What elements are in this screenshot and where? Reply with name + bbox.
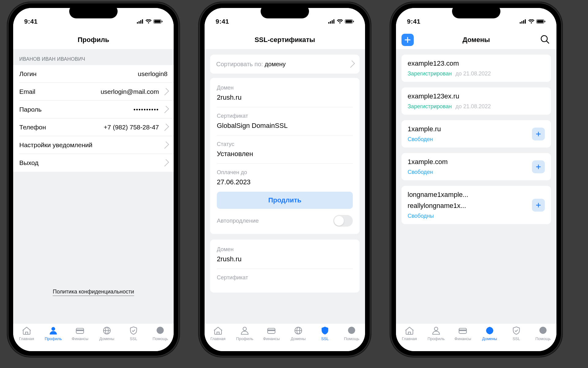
domain-card-status: Зарегистрировандо 21.08.2022 (408, 71, 545, 77)
svg-point-16 (161, 330, 163, 331)
login-label: Логин (19, 70, 36, 78)
add-domain-button[interactable] (401, 34, 414, 46)
tab-domains[interactable]: Домены (95, 326, 119, 341)
status-time: 9:41 (216, 18, 229, 25)
row-email[interactable]: Email userlogin@mail.com (13, 83, 174, 101)
domain-card[interactable]: example123.comЗарегистрировандо 21.08.20… (401, 55, 551, 82)
svg-rect-20 (334, 19, 335, 24)
tab-bar: Главная Профиль Финансы Домены SSL (205, 323, 365, 351)
wifi-icon (528, 19, 534, 24)
battery-icon (536, 19, 545, 24)
page-title: Профиль (78, 36, 109, 44)
svg-point-43 (434, 327, 438, 331)
autorenew-toggle[interactable] (333, 215, 353, 227)
row-notifications[interactable]: Настройки уведомлений (13, 136, 174, 154)
domain-card-name-2: reallylongname1x... (408, 202, 528, 210)
tab-home[interactable]: Главная (206, 326, 230, 341)
logout-label: Выход (19, 159, 39, 167)
svg-rect-1 (139, 21, 140, 24)
notifications-label: Настройки уведомлений (19, 141, 92, 149)
svg-rect-2 (140, 20, 141, 24)
svg-rect-39 (537, 20, 544, 23)
status-icons (520, 19, 545, 24)
domain-card-status: Свободны (408, 213, 528, 219)
domain-card[interactable]: 1xample.comСвободен (401, 153, 551, 180)
svg-point-32 (351, 330, 352, 331)
status-icons (137, 19, 163, 24)
search-icon (540, 34, 550, 44)
svg-point-50 (541, 330, 542, 331)
domain-card[interactable]: longname1xample...reallylongname1x...Сво… (401, 186, 551, 224)
domain-add-button[interactable] (532, 199, 545, 212)
ssl-card-2: Домен 2rush.ru Сертификат (210, 240, 360, 293)
tab-home[interactable]: Главная (14, 326, 39, 341)
plus-icon (404, 36, 411, 44)
domain-label: Домен (217, 85, 353, 91)
tab-domains[interactable]: Домены (477, 326, 502, 341)
privacy-policy-link[interactable]: Политика конфиденциальности (53, 289, 134, 296)
row-password[interactable]: Пароль •••••••••• (13, 101, 174, 118)
domain-value: 2rush.ru (217, 255, 353, 263)
search-button[interactable] (540, 34, 550, 45)
svg-rect-9 (76, 330, 84, 331)
status-value: Установлен (217, 150, 353, 158)
svg-line-42 (547, 41, 549, 43)
tab-profile[interactable]: Профиль (232, 326, 257, 341)
domain-label: Домен (217, 246, 353, 253)
tab-profile[interactable]: Профиль (41, 326, 66, 341)
row-login[interactable]: Логин userlogin8 (13, 65, 174, 83)
renew-button[interactable]: Продлить (217, 192, 353, 209)
tab-bar: Главная Профиль Финансы Домены SSL (13, 323, 174, 351)
domain-add-button[interactable] (532, 128, 545, 140)
tab-profile[interactable]: Профиль (424, 326, 448, 341)
tab-finances[interactable]: Финансы (259, 326, 284, 341)
tab-finances[interactable]: Финансы (68, 326, 92, 341)
tab-ssl[interactable]: SSL (121, 326, 146, 341)
paid-until-value: 27.06.2023 (217, 178, 353, 186)
domain-card-name: longname1xample... (408, 191, 528, 199)
tab-finances[interactable]: Финансы (450, 326, 475, 341)
tab-help[interactable]: Помощь (531, 326, 555, 341)
email-value: userlogin@mail.com (100, 88, 168, 95)
wifi-icon (337, 19, 343, 24)
domain-card[interactable]: 1xample.ruСвободен (401, 120, 551, 148)
row-logout[interactable]: Выход (13, 154, 174, 172)
tab-help[interactable]: Помощь (148, 326, 172, 341)
tab-home[interactable]: Главная (397, 326, 422, 341)
svg-rect-5 (154, 20, 161, 23)
sort-label: Сортировать по: домену (216, 61, 286, 68)
svg-rect-45 (459, 330, 466, 331)
tab-bar: Главная Профиль Финансы Домены SSL (396, 323, 556, 351)
svg-rect-36 (523, 20, 524, 24)
svg-rect-37 (525, 19, 526, 24)
status-time: 9:41 (407, 18, 420, 25)
svg-rect-17 (328, 22, 330, 24)
password-value: •••••••••• (134, 106, 168, 113)
tab-ssl[interactable]: SSL (313, 326, 337, 341)
tab-domains[interactable]: Домены (286, 326, 311, 341)
domain-card[interactable]: example123ex.ruЗарегистрировандо 21.08.2… (401, 87, 551, 115)
domain-card-name: example123ex.ru (408, 92, 545, 100)
login-value: userlogin8 (138, 70, 168, 78)
svg-rect-19 (332, 20, 333, 24)
cellular-icon (328, 19, 335, 24)
svg-point-7 (51, 327, 55, 331)
row-phone[interactable]: Телефон +7 (982) 758-28-47 (13, 118, 174, 136)
domain-card-name: 1xample.ru (408, 125, 528, 133)
navbar: SSL-сертификаты (205, 31, 365, 49)
cellular-icon (520, 19, 526, 24)
svg-point-41 (541, 36, 547, 42)
cert-value: GlobalSign DomainSSL (217, 122, 353, 130)
svg-point-33 (353, 330, 354, 331)
tab-ssl[interactable]: SSL (504, 326, 529, 341)
plus-icon (535, 202, 542, 209)
sort-control[interactable]: Сортировать по: домену (210, 55, 360, 74)
svg-point-31 (349, 330, 351, 331)
phone-label: Телефон (19, 124, 46, 131)
chevron-right-icon (162, 88, 169, 95)
domain-add-button[interactable] (532, 160, 545, 173)
domain-card-status: Свободен (408, 169, 528, 175)
tab-help[interactable]: Помощь (339, 326, 364, 341)
battery-icon (153, 19, 163, 24)
plus-icon (535, 131, 542, 137)
